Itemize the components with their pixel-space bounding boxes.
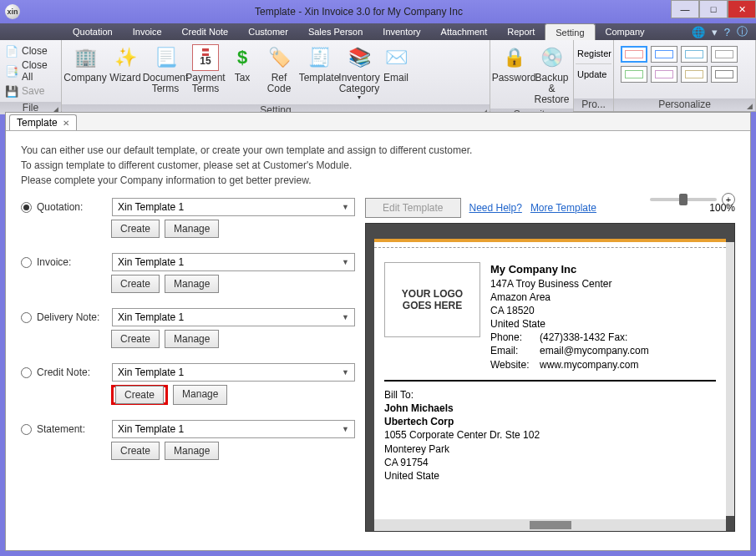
lock-icon: 🔒 <box>500 44 527 71</box>
ribbon-document-terms[interactable]: 📃Document Terms <box>145 43 185 94</box>
theme-swatch-2[interactable] <box>651 46 677 63</box>
create-credit-button[interactable]: Create <box>115 386 164 404</box>
create-invoice-button[interactable]: Create <box>111 275 160 293</box>
logo-placeholder: YOUR LOGO GOES HERE <box>384 262 480 337</box>
file-close-all[interactable]: 📑Close All <box>5 59 56 83</box>
create-delivery-button[interactable]: Create <box>111 330 160 348</box>
ribbon-update[interactable]: Update <box>576 64 608 84</box>
maximize-button[interactable]: □ <box>699 0 728 18</box>
books-icon: 📚 <box>346 44 373 71</box>
template-preview: YOUR LOGO GOES HERE My Company Inc 147A … <box>365 223 735 532</box>
theme-swatch-7[interactable] <box>681 66 708 83</box>
preview-scrollbar-h[interactable] <box>374 519 726 531</box>
theme-swatch-4[interactable] <box>711 46 738 63</box>
tab-close-icon[interactable]: ✕ <box>63 119 69 128</box>
file-save-label: Save <box>22 85 44 97</box>
radio-credit[interactable] <box>21 367 32 378</box>
close-all-icon: 📑 <box>5 64 18 78</box>
menu-sales-person[interactable]: Sales Person <box>298 23 373 40</box>
theme-swatch-5[interactable] <box>621 66 647 83</box>
intro-line-2: To assign template to different customer… <box>21 158 735 173</box>
manage-delivery-button[interactable]: Manage <box>165 330 219 348</box>
radio-delivery[interactable] <box>21 312 32 323</box>
ribbon-template[interactable]: 🧾Template <box>299 43 339 83</box>
radio-invoice[interactable] <box>21 257 32 268</box>
bill-to-block: Bill To: John Michaels Ubertech Corp 105… <box>384 388 716 483</box>
label-quotation: Quotation: <box>37 201 112 213</box>
zoom-slider[interactable] <box>650 198 717 201</box>
dropdown-quotation[interactable]: Xin Template 1▼ <box>112 198 355 216</box>
ribbon-email[interactable]: ✉️Email <box>379 43 413 83</box>
wizard-icon: ✨ <box>112 44 139 71</box>
ribbon-tax[interactable]: $Tax <box>226 43 259 83</box>
group-product-label: Pro... <box>574 99 613 111</box>
manage-quotation-button[interactable]: Manage <box>165 220 219 238</box>
file-close[interactable]: 📄Close <box>5 44 56 58</box>
ribbon-ref-code[interactable]: 🏷️Ref Code <box>259 43 299 94</box>
menu-setting[interactable]: Setting <box>545 23 595 40</box>
ribbon-register[interactable]: Register <box>576 43 613 63</box>
label-credit: Credit Note: <box>37 366 112 378</box>
company-info: My Company Inc 147A Troy Business Center… <box>490 262 716 372</box>
chevron-down-icon: ▼ <box>342 368 349 377</box>
create-quotation-button[interactable]: Create <box>111 220 160 238</box>
document-icon: 📃 <box>152 44 179 71</box>
info-icon[interactable]: ⓘ <box>737 24 748 39</box>
company-icon: 🏢 <box>72 44 99 71</box>
ribbon-wizard[interactable]: ✨Wizard <box>105 43 145 83</box>
save-icon: 💾 <box>5 84 18 98</box>
dropdown-invoice[interactable]: Xin Template 1▼ <box>112 253 355 271</box>
chevron-down-icon: ▼ <box>342 258 349 266</box>
menu-quotation[interactable]: Quotation <box>63 23 123 40</box>
radio-statement[interactable] <box>21 424 32 435</box>
file-save: 💾Save <box>5 84 56 98</box>
ribbon-company[interactable]: 🏢Company <box>65 43 105 83</box>
manage-invoice-button[interactable]: Manage <box>165 275 219 293</box>
menu-company[interactable]: Company <box>596 23 655 40</box>
file-close-label: Close <box>22 45 48 57</box>
ribbon-backup-restore[interactable]: 💿Backup & Restore <box>534 43 570 106</box>
app-icon: xin <box>5 4 20 19</box>
chevron-down-icon: ▼ <box>342 313 349 321</box>
disc-icon: 💿 <box>539 44 566 71</box>
manage-statement-button[interactable]: Manage <box>165 442 219 460</box>
minimize-button[interactable]: — <box>671 0 699 18</box>
menu-credit-note[interactable]: Credit Note <box>172 23 239 40</box>
zoom-in-button[interactable]: + <box>722 193 735 206</box>
ribbon-payment-terms[interactable]: ▬15Payment Terms <box>185 43 226 94</box>
menu-invoice[interactable]: Invoice <box>123 23 172 40</box>
create-statement-button[interactable]: Create <box>111 442 160 460</box>
chevron-down-icon: ▼ <box>342 425 349 433</box>
help-icon[interactable]: ? <box>724 26 730 38</box>
dropdown-delivery[interactable]: Xin Template 1▼ <box>112 308 355 326</box>
need-help-link[interactable]: Need Help? <box>469 202 522 214</box>
globe-icon[interactable]: 🌐 <box>692 26 705 38</box>
manage-credit-button[interactable]: Manage <box>173 385 227 405</box>
theme-swatch-3[interactable] <box>681 46 708 63</box>
window-title: Template - Xin Invoice 3.0 for My Compan… <box>28 6 689 18</box>
dropdown-icon[interactable]: ▾ <box>712 26 718 38</box>
more-template-link[interactable]: More Template <box>530 202 596 214</box>
menu-inventory[interactable]: Inventory <box>373 23 430 40</box>
ribbon-inventory-category[interactable]: 📚Inventory Category▾ <box>339 43 379 102</box>
close-button[interactable]: ✕ <box>728 0 756 18</box>
label-delivery: Delivery Note: <box>37 311 112 323</box>
theme-swatch-1[interactable] <box>621 46 647 63</box>
menu-attachment[interactable]: Attachment <box>431 23 498 40</box>
menu-customer[interactable]: Customer <box>238 23 298 40</box>
theme-swatch-6[interactable] <box>651 66 677 83</box>
theme-swatch-8[interactable] <box>711 66 738 83</box>
radio-quotation[interactable] <box>21 202 32 213</box>
chevron-down-icon: ▼ <box>342 203 349 211</box>
email-icon: ✉️ <box>383 44 409 71</box>
highlight-create-credit: Create <box>111 385 168 405</box>
label-invoice: Invoice: <box>37 256 112 268</box>
group-personalize-label: Personalize◢ <box>614 99 755 111</box>
dropdown-statement[interactable]: Xin Template 1▼ <box>112 420 355 438</box>
tab-template[interactable]: Template ✕ <box>9 114 77 130</box>
tag-icon: 🏷️ <box>266 44 292 71</box>
ribbon-password[interactable]: 🔒Password <box>494 43 534 83</box>
menu-report[interactable]: Report <box>497 23 545 40</box>
label-statement: Statement: <box>37 423 112 435</box>
dropdown-credit[interactable]: Xin Template 1▼ <box>112 363 355 382</box>
